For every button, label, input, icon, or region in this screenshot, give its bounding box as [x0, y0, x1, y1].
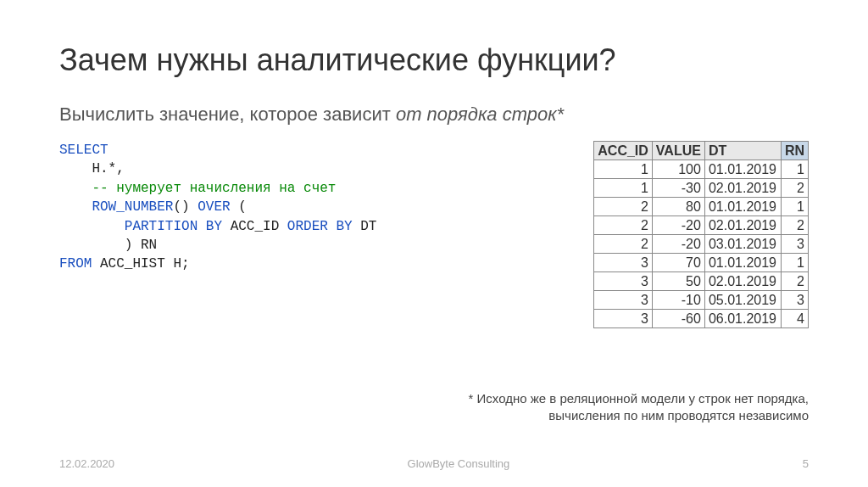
table-row: 3-6006.01.20194 — [594, 310, 809, 328]
cell-acc: 3 — [594, 254, 653, 272]
cell-val: 50 — [652, 272, 704, 291]
kw-rownumber: ROW_NUMBER — [92, 199, 173, 215]
result-table: ACC_ID VALUE DT RN 110001.01.201911-3002… — [593, 141, 809, 328]
cell-acc: 3 — [594, 310, 653, 328]
footnote: * Исходно же в реляционной модели у стро… — [436, 390, 809, 423]
table-row: 35002.01.20192 — [594, 272, 809, 291]
cell-dt: 03.01.2019 — [704, 235, 781, 254]
table-row: 110001.01.20191 — [594, 160, 809, 179]
kw-select: SELECT — [59, 143, 108, 158]
code-text: () — [173, 199, 198, 215]
table-row: 2-2002.01.20192 — [594, 216, 809, 235]
cell-dt: 02.01.2019 — [704, 272, 781, 291]
cell-val: -10 — [652, 291, 704, 310]
cell-val: 70 — [652, 254, 704, 272]
cell-rn: 3 — [781, 291, 808, 310]
footer: 12.02.2020 GlowByte Consulting 5 — [0, 457, 868, 470]
footer-page: 5 — [803, 457, 809, 470]
code-line: H.*, — [59, 161, 125, 176]
th-acc-id: ACC_ID — [594, 142, 653, 160]
cell-val: -20 — [652, 235, 704, 254]
result-table-wrap: ACC_ID VALUE DT RN 110001.01.201911-3002… — [593, 141, 809, 328]
slide-title: Зачем нужны аналитические функции? — [59, 42, 809, 78]
cell-dt: 02.01.2019 — [704, 179, 781, 198]
cell-acc: 1 — [594, 179, 653, 198]
kw-from: FROM — [59, 256, 92, 271]
cell-val: 100 — [652, 160, 704, 179]
footer-date: 12.02.2020 — [59, 457, 114, 470]
cell-acc: 1 — [594, 160, 653, 179]
cell-val: -20 — [652, 216, 704, 235]
cell-rn: 1 — [781, 254, 808, 272]
cell-acc: 2 — [594, 235, 653, 254]
cell-dt: 06.01.2019 — [704, 310, 781, 328]
code-text: ACC_HIST H; — [92, 256, 189, 271]
cell-val: -60 — [652, 310, 704, 328]
code-text: DT — [353, 219, 377, 234]
cell-rn: 4 — [781, 310, 808, 328]
cell-acc: 3 — [594, 291, 653, 310]
cell-val: -30 — [652, 179, 704, 198]
subtitle-emphasis: от порядка строк* — [396, 104, 564, 125]
cell-dt: 02.01.2019 — [704, 216, 781, 235]
kw-partition: PARTITION BY — [125, 219, 222, 234]
cell-val: 80 — [652, 198, 704, 216]
code-indent — [59, 199, 92, 215]
subtitle-text: Вычислить значение, которое зависит — [59, 104, 396, 125]
cell-dt: 01.01.2019 — [704, 254, 781, 272]
table-row: 1-3002.01.20192 — [594, 179, 809, 198]
footer-org: GlowByte Consulting — [408, 457, 510, 470]
table-header-row: ACC_ID VALUE DT RN — [594, 142, 809, 160]
slide-subtitle: Вычислить значение, которое зависит от п… — [59, 104, 809, 126]
kw-over: OVER — [198, 199, 230, 215]
sql-code-block: SELECT H.*, -- нумерует начисления на сч… — [59, 141, 559, 328]
cell-rn: 2 — [781, 179, 808, 198]
code-text: ACC_ID — [222, 219, 287, 234]
code-indent — [59, 219, 125, 234]
th-rn: RN — [781, 142, 808, 160]
table-row: 28001.01.20191 — [594, 198, 809, 216]
cell-acc: 3 — [594, 272, 653, 291]
code-text: ( — [231, 199, 247, 215]
content-area: SELECT H.*, -- нумерует начисления на сч… — [59, 141, 809, 328]
cell-rn: 2 — [781, 216, 808, 235]
cell-rn: 2 — [781, 272, 808, 291]
table-row: 2-2003.01.20193 — [594, 235, 809, 254]
cell-dt: 05.01.2019 — [704, 291, 781, 310]
cell-rn: 1 — [781, 198, 808, 216]
table-body: 110001.01.201911-3002.01.2019228001.01.2… — [594, 160, 809, 328]
th-value: VALUE — [652, 142, 704, 160]
code-line: ) RN — [59, 238, 157, 253]
kw-orderby: ORDER BY — [287, 219, 353, 234]
table-row: 37001.01.20191 — [594, 254, 809, 272]
cell-rn: 1 — [781, 160, 808, 179]
table-row: 3-1005.01.20193 — [594, 291, 809, 310]
cell-rn: 3 — [781, 235, 808, 254]
cell-dt: 01.01.2019 — [704, 160, 781, 179]
th-dt: DT — [704, 142, 781, 160]
cell-dt: 01.01.2019 — [704, 198, 781, 216]
cell-acc: 2 — [594, 198, 653, 216]
cell-acc: 2 — [594, 216, 653, 235]
code-comment: -- нумерует начисления на счет — [59, 181, 336, 196]
